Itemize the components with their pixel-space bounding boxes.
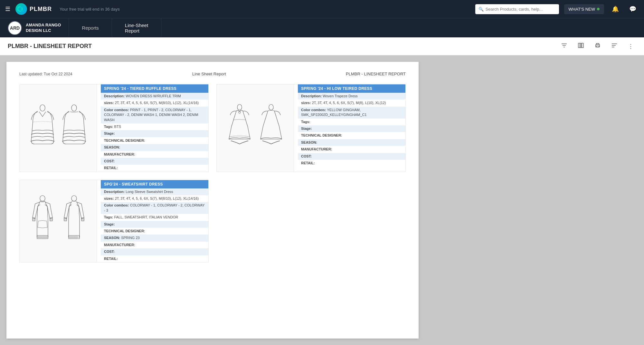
product-season-2: SEASON: xyxy=(298,139,405,146)
page-title: PLMBR - LINESHEET REPORT xyxy=(8,43,553,50)
navbar: ☰ PLMBR Your free trial will end in 36 d… xyxy=(0,0,644,18)
product-name-1: SPRING '24 - TIERED RUFFLE DRESS xyxy=(101,84,208,93)
product-tech-designer-1: TECHNICAL DESIGNER: xyxy=(101,137,208,144)
report-meta-header: Last updated: Tue Oct 22 2024 Line Sheet… xyxy=(19,72,406,76)
product-image-3 xyxy=(20,180,97,262)
logo: PLMBR xyxy=(15,3,52,15)
company-name: AMANDA RANGO DESIGN LLC xyxy=(26,23,61,34)
print-button[interactable] xyxy=(592,40,603,52)
svg-point-14 xyxy=(71,105,77,111)
last-updated: Last updated: Tue Oct 22 2024 xyxy=(19,72,72,76)
product-info-2: SPRING '24 - HI LOW TEIRED DRESS Descrip… xyxy=(298,84,405,172)
company-info[interactable]: ARD AMANDA RANGO DESIGN LLC xyxy=(0,18,69,37)
svg-rect-7 xyxy=(582,43,583,48)
product-tech-designer-2: TECHNICAL DESIGNER: xyxy=(298,132,405,139)
product-image-2 xyxy=(217,84,294,172)
product-manufacturer-1: MANUFACTURER: xyxy=(101,151,208,158)
svg-point-13 xyxy=(40,105,45,111)
product-description-2: Description: Woven Trapeze Dress xyxy=(298,93,405,100)
search-wrapper: 🔍 xyxy=(475,4,559,14)
product-colors-3: Color combos: COLORWAY - 1, COLORWAY - 2… xyxy=(101,202,208,214)
search-icon: 🔍 xyxy=(478,7,484,12)
product-cost-1: COST: xyxy=(101,158,208,165)
product-tags-2: Tags: xyxy=(298,119,405,125)
sweatshirt-back-svg xyxy=(60,194,89,248)
product-season-1: SEASON: xyxy=(101,144,208,151)
dress-front-svg-1 xyxy=(28,102,57,154)
breadcrumb-linesheet[interactable]: Line-Sheet Report xyxy=(112,18,162,37)
svg-point-16 xyxy=(239,111,241,113)
report-container: Last updated: Tue Oct 22 2024 Line Sheet… xyxy=(0,55,644,345)
product-card-1: SPRING '24 - TIERED RUFFLE DRESS Descrip… xyxy=(19,84,209,172)
product-sizes-3: sizes: 2T, 3T, 4T, 4, 5, 6, 6X, S(7), M(… xyxy=(101,195,208,202)
products-grid-top: SPRING '24 - TIERED RUFFLE DRESS Descrip… xyxy=(19,84,406,172)
product-cost-3: COST: xyxy=(101,248,208,255)
product-retail-2: RETAIL: xyxy=(298,160,405,167)
svg-point-18 xyxy=(40,196,45,201)
product-card-3: SPG'24 - SWEATSHIRT DRESS Description: L… xyxy=(19,180,209,263)
report-right-title: PLMBR - LINESHEET REPORT xyxy=(346,72,406,76)
product-sizes-2: sizes: 2T, 3T, 4T, 4, 5, 6, 6X, S(7), M(… xyxy=(298,100,405,106)
search-input[interactable] xyxy=(475,4,559,14)
messages-icon[interactable]: 💬 xyxy=(627,4,639,14)
page-header: PLMBR - LINESHEET REPORT ⋮ xyxy=(0,37,644,55)
product-retail-1: RETAIL: xyxy=(101,165,208,171)
breadcrumb-reports-label: Reports xyxy=(82,25,99,31)
product-name-2: SPRING '24 - HI LOW TEIRED DRESS xyxy=(298,84,405,93)
product-retail-3: RETAIL: xyxy=(101,255,208,262)
product-colors-1: Color combos: PRINT - 1, PRINT - 2, COLO… xyxy=(101,107,208,123)
columns-button[interactable] xyxy=(575,40,587,52)
product-info-1: SPRING '24 - TIERED RUFFLE DRESS Descrip… xyxy=(101,84,208,172)
filter-button[interactable] xyxy=(558,40,570,52)
product-stage-2: Stage: xyxy=(298,125,405,132)
svg-point-38 xyxy=(71,196,77,201)
breadcrumb-linesheet-label: Line-Sheet Report xyxy=(125,23,148,34)
company-initials: ARD xyxy=(10,25,20,31)
more-button[interactable]: ⋮ xyxy=(625,41,636,52)
sweatshirt-front-svg xyxy=(28,194,57,248)
logo-icon xyxy=(15,3,27,15)
product-cost-2: COST: xyxy=(298,153,405,160)
dress-back-svg-1 xyxy=(60,102,89,154)
product-manufacturer-3: MANUFACTURER: xyxy=(101,242,208,248)
product-name-3: SPG'24 - SWEATSHIRT DRESS xyxy=(101,180,208,188)
logo-text: PLMBR xyxy=(30,6,52,13)
svg-point-15 xyxy=(237,104,242,110)
whats-new-dot xyxy=(597,8,600,10)
product-stage-3: Stage: xyxy=(101,221,208,228)
svg-rect-6 xyxy=(580,43,582,48)
product-colors-2: Color combos: YELLOW GINGHAM, SMK_SP2200… xyxy=(298,107,405,119)
product-sizes-1: sizes: 2T, 3T, 4T, 4, 5, 6, 6X, S(7), M(… xyxy=(101,100,208,106)
hamburger-icon[interactable]: ☰ xyxy=(5,5,10,13)
products-grid-bottom: SPG'24 - SWEATSHIRT DRESS Description: L… xyxy=(19,180,406,263)
company-name-line2: DESIGN LLC xyxy=(26,28,61,34)
product-description-3: Description: Long Sleeve Sweatshirt Dres… xyxy=(101,188,208,195)
product-manufacturer-2: MANUFACTURER: xyxy=(298,146,405,153)
product-season-3: SEASON: SPRING 23 xyxy=(101,235,208,241)
whats-new-label: WHAT'S NEW xyxy=(569,7,595,12)
report-center-title: Line Sheet Report xyxy=(192,72,226,76)
product-tags-1: Tags: BTS xyxy=(101,123,208,130)
breadcrumb-reports[interactable]: Reports xyxy=(69,18,112,37)
nav-tagline: Your free trial will end in 36 days xyxy=(60,7,120,12)
svg-point-17 xyxy=(269,104,273,110)
svg-rect-5 xyxy=(578,43,580,48)
product-card-2: SPRING '24 - HI LOW TEIRED DRESS Descrip… xyxy=(216,84,406,172)
product-image-1 xyxy=(20,84,97,172)
product-card-empty xyxy=(216,180,406,263)
product-stage-1: Stage: xyxy=(101,130,208,137)
whats-new-button[interactable]: WHAT'S NEW xyxy=(564,4,604,14)
product-description-1: Description: WOVEN DRESS W/RUFFLE TRIM xyxy=(101,93,208,100)
breadcrumb-bar: ARD AMANDA RANGO DESIGN LLC Reports Line… xyxy=(0,18,644,37)
company-name-line1: AMANDA RANGO xyxy=(26,23,61,28)
company-avatar: ARD xyxy=(8,21,22,35)
product-tech-designer-3: TECHNICAL DESIGNER: xyxy=(101,228,208,235)
product-info-3: SPG'24 - SWEATSHIRT DRESS Description: L… xyxy=(101,180,208,262)
notifications-icon[interactable]: 🔔 xyxy=(609,4,621,14)
dress-front-svg-2 xyxy=(225,102,254,154)
product-tags-3: Tags: FALL, SWEATSHIRT, ITALIAN VENDOR xyxy=(101,214,208,221)
dress-back-svg-2 xyxy=(257,102,286,154)
report-page: Last updated: Tue Oct 22 2024 Line Sheet… xyxy=(6,62,419,339)
sort-button[interactable] xyxy=(609,40,620,52)
